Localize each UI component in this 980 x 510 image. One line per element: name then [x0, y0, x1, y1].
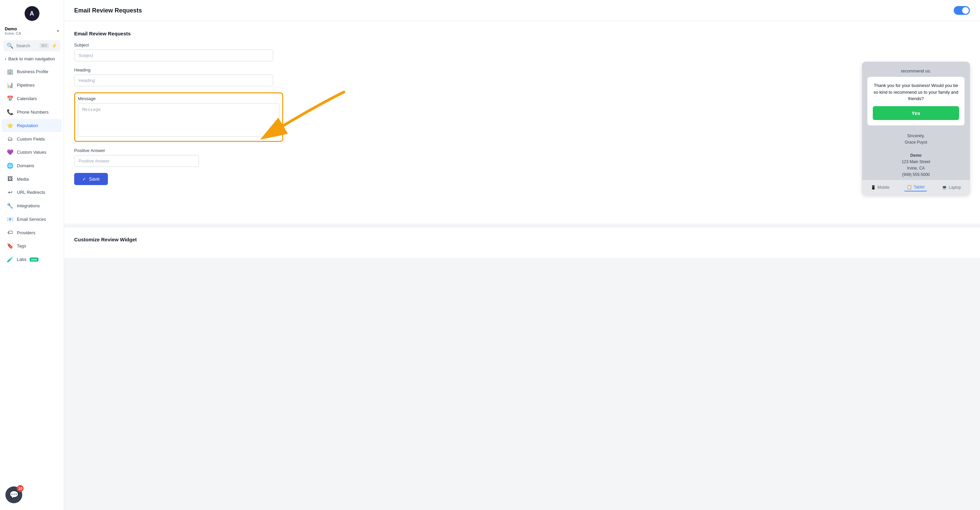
search-bar[interactable]: 🔍 Search ⌘K ⚡	[3, 40, 60, 51]
email-services-icon: 📧	[7, 216, 13, 222]
sidebar-item-tags[interactable]: 🔖 Tags	[2, 239, 62, 253]
business-profile-icon: 🏢	[7, 68, 13, 75]
mobile-tab-label: Mobile	[878, 185, 889, 190]
media-icon: 🖼	[7, 176, 13, 182]
subject-group: Subject	[74, 43, 970, 61]
mobile-icon: 📱	[871, 185, 876, 190]
preview-tabs: 📱 Mobile 📋 Tablet 💻 Laptop	[862, 180, 970, 195]
sidebar-item-custom-values[interactable]: 💜 Custom Values	[2, 146, 62, 159]
avatar: A	[25, 6, 40, 21]
sidebar-item-media[interactable]: 🖼 Media	[2, 173, 62, 185]
phone-numbers-icon: 📞	[7, 109, 13, 115]
labs-icon: 🧪	[7, 256, 13, 262]
laptop-tab[interactable]: 💻 Laptop	[939, 183, 964, 191]
top-bar: Email Review Requests	[64, 0, 980, 21]
back-arrow-icon: ‹	[5, 56, 6, 61]
chevron-down-icon: ▾	[57, 29, 59, 33]
sidebar-item-label-reputation: Reputation	[17, 123, 38, 128]
tablet-tab[interactable]: 📋 Tablet	[904, 183, 927, 191]
heading-group: Heading	[74, 67, 970, 86]
heading-input[interactable]	[74, 75, 273, 86]
account-name: Demo	[5, 26, 21, 31]
sidebar-item-reputation[interactable]: ⭐ Reputation	[2, 119, 62, 132]
sidebar-item-label-calendars: Calendars	[17, 96, 37, 101]
business-city-state: Irvine, CA	[867, 165, 964, 172]
positive-answer-group: Positive Answer	[74, 148, 970, 167]
custom-values-icon: 💜	[7, 149, 13, 156]
save-button[interactable]: ✓ Save	[74, 173, 108, 185]
business-phone: (949) 555-5000	[867, 172, 964, 178]
form-section-title: Email Review Requests	[74, 31, 970, 37]
sidebar-item-phone-numbers[interactable]: 📞 Phone Numbers	[2, 105, 62, 119]
domains-icon: 🌐	[7, 162, 13, 169]
sidebar-item-label-labs: Labs	[17, 257, 26, 262]
save-label: Save	[89, 176, 100, 182]
sidebar-item-labs[interactable]: 🧪 Labs new	[2, 253, 62, 266]
subject-input[interactable]	[74, 49, 273, 61]
mobile-tab[interactable]: 📱 Mobile	[868, 183, 892, 191]
back-navigation[interactable]: ‹ Back to main navigation	[0, 52, 64, 65]
pipelines-icon: 📊	[7, 82, 13, 88]
sidebar-item-label-email-services: Email Services	[17, 217, 46, 222]
form-area: Email Review Requests Subject Heading Me…	[64, 21, 980, 224]
sidebar-item-label-phone-numbers: Phone Numbers	[17, 110, 49, 114]
sidebar-item-url-redirects[interactable]: ↩ URL Redirects	[2, 186, 62, 199]
sidebar-item-business-profile[interactable]: 🏢 Business Profile	[2, 65, 62, 78]
message-label: Message	[78, 96, 280, 101]
account-selector[interactable]: Demo Irvine, CA ▾	[0, 24, 64, 39]
positive-answer-label: Positive Answer	[74, 148, 970, 153]
integrations-icon: 🔧	[7, 203, 13, 209]
chat-badge: 10	[17, 485, 24, 492]
chat-button[interactable]: 💬 10	[5, 486, 22, 503]
message-container: Message	[74, 92, 283, 142]
sidebar: A Demo Irvine, CA ▾ 🔍 Search ⌘K ⚡ ‹ Back…	[0, 0, 64, 510]
sidebar-item-label-custom-fields: Custom Fields	[17, 137, 45, 141]
search-shortcut: ⌘K	[40, 43, 49, 48]
heading-label: Heading	[74, 67, 970, 73]
sidebar-item-custom-fields[interactable]: 🗂 Custom Fields	[2, 132, 62, 145]
search-label: Search	[16, 43, 37, 48]
sidebar-item-label-pipelines: Pipelines	[17, 83, 35, 87]
sidebar-item-label-custom-values: Custom Values	[17, 150, 46, 155]
message-textarea[interactable]	[78, 103, 280, 137]
providers-icon: 🏷	[7, 230, 13, 236]
preview-inner: recommend us. Thank you for your busines…	[862, 62, 970, 180]
signer-name: Grace Puyot	[867, 139, 964, 146]
avatar-container: A	[0, 0, 64, 24]
back-nav-label: Back to main navigation	[8, 56, 55, 61]
page-title: Email Review Requests	[74, 7, 142, 14]
sidebar-item-label-integrations: Integrations	[17, 203, 40, 208]
subject-label: Subject	[74, 43, 970, 48]
account-location: Irvine, CA	[5, 31, 21, 35]
sidebar-item-label-media: Media	[17, 176, 29, 182]
preview-recommend-card: Thank you for your business! Would you b…	[867, 77, 964, 126]
sidebar-item-label-providers: Providers	[17, 230, 35, 235]
preview-panel: recommend us. Thank you for your busines…	[862, 62, 970, 195]
sidebar-item-pipelines[interactable]: 📊 Pipelines	[2, 79, 62, 92]
sidebar-item-domains[interactable]: 🌐 Domains	[2, 159, 62, 172]
sidebar-item-email-services[interactable]: 📧 Email Services	[2, 213, 62, 226]
sidebar-item-integrations[interactable]: 🔧 Integrations	[2, 199, 62, 212]
business-address: 123 Main Street	[867, 159, 964, 165]
tablet-icon: 📋	[907, 185, 912, 189]
laptop-tab-label: Laptop	[949, 185, 961, 190]
account-info: Demo Irvine, CA	[5, 26, 21, 35]
sidebar-item-label-url-redirects: URL Redirects	[17, 190, 45, 195]
preview-recommend-text: Thank you for your business! Would you b…	[873, 82, 959, 102]
main-content: Email Review Requests Email Review Reque…	[64, 0, 980, 510]
lightning-icon: ⚡	[52, 43, 57, 48]
preview-top-text: recommend us.	[867, 68, 964, 73]
sidebar-item-label-tags: Tags	[17, 243, 26, 248]
positive-answer-input[interactable]	[74, 155, 199, 167]
yes-button[interactable]: Yes	[873, 106, 959, 120]
customize-section: Customize Review Widget	[64, 227, 980, 258]
check-icon: ✓	[82, 176, 86, 182]
tags-icon: 🔖	[7, 243, 13, 249]
sidebar-item-calendars[interactable]: 📅 Calendars	[2, 92, 62, 105]
url-redirects-icon: ↩	[7, 189, 13, 195]
sincerely-text: Sincerely,	[867, 133, 964, 139]
toggle-switch[interactable]	[954, 6, 970, 15]
customize-title: Customize Review Widget	[74, 237, 970, 242]
sidebar-item-providers[interactable]: 🏷 Providers	[2, 226, 62, 239]
tablet-tab-label: Tablet	[913, 185, 924, 189]
